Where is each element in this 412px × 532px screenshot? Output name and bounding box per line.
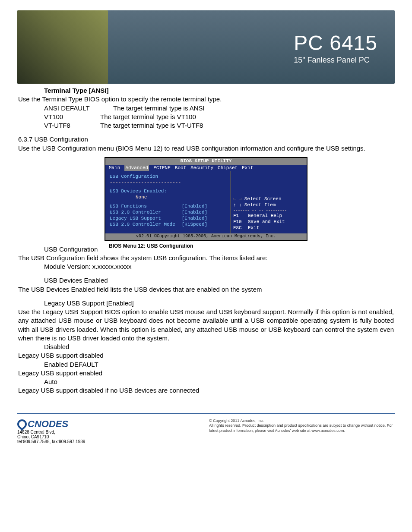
bios-help-line: F1 General Help [233,213,304,219]
bios-setting-label: USB 2.0 Controller Mode [110,222,182,228]
terminal-option-row: VT-UTF8 The target terminal type is VT-U… [18,121,394,130]
terminal-option-name: VT100 [44,113,100,121]
bios-key: ESC [233,225,245,231]
terminal-type-intro: Use the Terminal Type BIOS option to spe… [18,95,394,104]
footer-disclaimer: All rights reserved. Product description… [209,423,395,433]
option-name: Auto [18,378,394,386]
header-photo [17,10,108,84]
bios-setting-value: [Enabled] [182,210,207,216]
bios-menu-item[interactable]: Security [190,165,213,171]
module-version: Module Version: x.xxxxx.xxxxx [18,262,394,271]
usb-devices-enabled-heading: USB Devices Enabled [18,276,394,285]
product-subtitle: 15" Fanless Panel PC [294,56,377,65]
usb-section-heading: 6.3.7 USB Configuration [18,135,394,144]
bios-setting-label: Legacy USB Support [110,216,182,222]
document-content: Terminal Type [ANSI] Use the Terminal Ty… [17,86,395,406]
bios-help-line: ↑ ↓ Select Item [233,202,304,208]
bios-copyright: v02.61 ©Copyright 1985-2006, American Me… [105,233,307,240]
terminal-option-name: VT-UTF8 [44,121,100,130]
bios-window: BIOS SETUP UTILITY Main Advanced PCIPNP … [105,157,307,241]
bios-menu-item[interactable]: Boot [175,165,186,171]
bios-help-text: Select Item [244,202,276,208]
bios-screenshot: BIOS SETUP UTILITY Main Advanced PCIPNP … [18,157,394,241]
acnodes-logo: CNODES [17,419,85,430]
bios-setting-label: USB 2.0 Controller [110,210,182,216]
bios-menu-item[interactable]: Exit [242,165,253,171]
bios-body: USB Configuration ----------------------… [105,171,307,233]
footer-phone: tel:909.597.7588, fax:909.597.1939 [17,439,85,444]
bios-setting-row[interactable]: USB 2.0 Controller Mode [HiSpeed] [110,222,226,228]
page-header: PC 6415 15" Fanless Panel PC [17,10,395,84]
footer-address-1: 14628 Central Blvd, [17,430,85,434]
bios-help-text: Select Screen [244,196,282,202]
usb-intro: Use the USB Configuration menu (BIOS Men… [18,144,394,153]
bios-menu-item-active[interactable]: Advanced [124,165,149,171]
bios-devices-label: USB Devices Enabled: [110,189,226,195]
footer-left: CNODES 14628 Central Blvd, Chino, CA9171… [17,419,85,444]
footer-divider [17,413,395,414]
option-name: Enabled DEFAULT [18,360,394,369]
terminal-option-row: ANSI DEFAULT The target terminal type is… [18,104,394,113]
bios-caption-row: USB Configuration BIOS Menu 12: USB Conf… [18,241,394,254]
bios-setting-row[interactable]: USB Functions [Enabled] [110,204,226,210]
page: PC 6415 15" Fanless Panel PC Terminal Ty… [0,0,412,406]
option-name: Disabled [18,343,394,351]
terminal-type-heading: Terminal Type [ANSI] [18,86,394,95]
option-desc: Legacy USB support disabled [18,351,394,360]
bios-help-text: Save and Exit [248,219,285,225]
bios-help-text: General Help [248,213,282,219]
bios-help-line: ← → Select Screen [233,196,304,202]
legacy-usb-heading: Legacy USB Support [Enabled] [18,299,394,308]
legacy-usb-paragraph: Use the Legacy USB Support BIOS option t… [18,308,394,343]
bios-setting-value: [Enabled] [182,204,207,210]
bios-menu-item[interactable]: PCIPNP [153,165,171,171]
bios-left-heading: USB Configuration [110,174,226,180]
bios-menu-item[interactable]: Main [109,165,120,171]
up-down-arrows-icon: ↑ ↓ [233,202,242,208]
bios-menu-item[interactable]: Chipset [218,165,238,171]
page-footer: CNODES 14628 Central Blvd, Chino, CA9171… [0,417,412,454]
bios-setting-label: USB Functions [110,204,182,210]
bios-devices-value: None [110,195,226,201]
terminal-option-row: VT100 The target terminal type is VT100 [18,113,394,121]
terminal-option-desc: The target terminal type is VT100 [100,113,196,121]
product-title: PC 6415 [294,31,377,55]
bios-setting-value: [Enabled] [182,216,207,222]
bios-help-line: F10 Save and Exit [233,219,304,225]
bios-key: F1 [233,213,245,219]
usb-devices-enabled-text: The USB Devices Enabled field lists the … [18,285,394,294]
footer-copyright: © Copyright 2011 Acnodes, Inc. [209,419,395,424]
bios-caption: BIOS Menu 12: USB Configuration [109,241,193,254]
option-desc: Legacy USB support enabled [18,369,394,378]
terminal-option-desc: The target terminal type is ANSI [113,104,205,113]
bios-setting-value: [HiSpeed] [182,222,207,228]
left-right-arrows-icon: ← → [233,196,242,202]
acnodes-logo-text: CNODES [28,419,68,430]
bios-setting-row[interactable]: USB 2.0 Controller [Enabled] [110,210,226,216]
usb-configuration-label: USB Configuration [18,245,105,254]
bios-help-text: Exit [248,225,259,231]
bios-left-panel: USB Configuration ----------------------… [105,171,230,233]
footer-right: © Copyright 2011 Acnodes, Inc. All right… [209,419,395,444]
terminal-option-name: ANSI DEFAULT [44,104,113,113]
terminal-option-desc: The target terminal type is VT-UTF8 [100,121,203,130]
bios-setting-row[interactable]: Legacy USB Support [Enabled] [110,216,226,222]
bios-title: BIOS SETUP UTILITY [105,158,307,165]
acnodes-logo-icon [15,417,29,431]
bios-menubar: Main Advanced PCIPNP Boot Security Chips… [105,165,307,172]
usb-config-field-text: The USB Configuration field shows the sy… [18,254,394,262]
footer-address-2: Chino, CA91710 [17,434,85,439]
bios-key: F10 [233,219,245,225]
option-desc: Legacy USB support disabled if no USB de… [18,386,394,395]
bios-help-panel: ← → Select Screen ↑ ↓ Select Item ------… [230,171,307,233]
bios-help-line: ESC Exit [233,225,304,231]
header-text: PC 6415 15" Fanless Panel PC [294,31,377,65]
